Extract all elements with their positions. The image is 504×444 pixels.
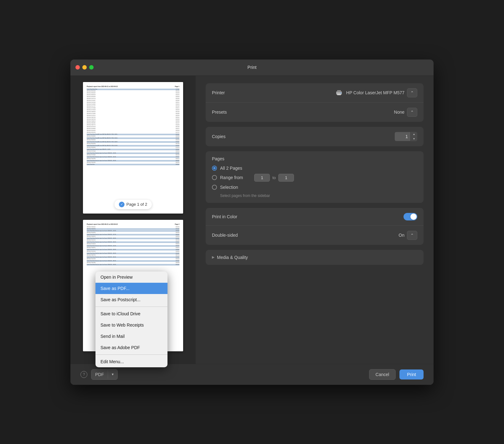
- range-radio[interactable]: [212, 175, 217, 180]
- pages-section: Pages All 2 Pages Range from 1 to: [206, 151, 424, 203]
- svg-point-3: [340, 93, 341, 94]
- media-quality-header: ▶ Media & Quality: [212, 255, 417, 260]
- print-button[interactable]: Print: [399, 369, 424, 379]
- dropdown-save-web-receipts[interactable]: Save to Web Receipts: [95, 319, 167, 331]
- copies-section: Copies 1 ▲ ▼: [206, 127, 424, 146]
- pdf-button[interactable]: PDF: [91, 369, 108, 379]
- window-title: Print: [248, 65, 257, 70]
- double-sided-row: Double-sided On ⌃: [206, 226, 424, 245]
- page1-header: Playback report from 2023-06-21 to 2023-…: [87, 86, 179, 87]
- copies-row: Copies 1 ▲ ▼: [206, 127, 424, 146]
- radio-group: All 2 Pages Range from 1 to 1 Selectio: [212, 166, 417, 198]
- copies-label: Copies: [212, 134, 226, 139]
- selection-radio[interactable]: [212, 185, 217, 190]
- presets-value: None ⌃: [394, 108, 417, 117]
- color-toggle[interactable]: [404, 213, 417, 220]
- range-from-input[interactable]: 1: [254, 174, 270, 182]
- toggle-knob: [410, 214, 417, 220]
- print-window: Print Playback report from 2023-06-21 to…: [70, 59, 434, 385]
- svg-rect-2: [337, 94, 341, 95]
- dropdown-open-preview[interactable]: Open in Preview: [95, 271, 167, 283]
- traffic-lights: [75, 65, 94, 70]
- range-option[interactable]: Range from 1 to 1: [212, 174, 417, 182]
- printer-label: Printer: [212, 90, 225, 95]
- help-button[interactable]: ?: [80, 371, 87, 378]
- page2-header: Playback report from 2023-06-21 to 2023-…: [87, 224, 179, 225]
- range-to-label: to: [272, 175, 276, 180]
- dropdown-save-pdf[interactable]: Save as PDF...: [95, 283, 167, 294]
- dropdown-divider-2: [95, 354, 167, 355]
- all-pages-label: All 2 Pages: [220, 166, 242, 171]
- stepper-down[interactable]: ▼: [410, 137, 417, 141]
- dropdown-save-postscript[interactable]: Save as Postscript...: [95, 294, 167, 305]
- color-section: Print in Color Double-sided On ⌃: [206, 208, 424, 245]
- presets-row: Presets None ⌃: [206, 103, 424, 122]
- double-sided-label: Double-sided: [212, 233, 238, 238]
- pdf-arrow-button[interactable]: ▼: [108, 370, 117, 379]
- pdf-dropdown: PDF ▼: [91, 369, 118, 380]
- dropdown-divider-1: [95, 307, 167, 307]
- page1-badge: ✓ Page 1 of 2: [115, 200, 152, 209]
- bottom-bar: ? PDF ▼ Cancel Print Open in Preview Sav…: [70, 364, 434, 385]
- svg-rect-1: [337, 90, 341, 92]
- selection-option[interactable]: Selection: [212, 185, 417, 190]
- selection-hint: Select pages from the sidebar: [220, 194, 417, 198]
- settings-panel: Printer HP Color LaserJet MFP M577 ⌃: [196, 76, 434, 364]
- printer-name: HP Color LaserJet MFP M577: [346, 90, 404, 95]
- color-row: Print in Color: [206, 208, 424, 226]
- close-button[interactable]: [75, 65, 80, 70]
- range-to-input[interactable]: 1: [278, 174, 294, 182]
- check-icon: ✓: [119, 202, 125, 207]
- all-pages-radio[interactable]: [212, 166, 217, 171]
- chevron-right-icon: ▶: [212, 255, 214, 259]
- printer-section: Printer HP Color LaserJet MFP M577 ⌃: [206, 83, 424, 122]
- presets-stepper[interactable]: ⌃: [407, 108, 417, 117]
- selection-label: Selection: [220, 185, 238, 190]
- dropdown-edit-menu[interactable]: Edit Menu...: [95, 356, 167, 367]
- dropdown-save-icloud[interactable]: Save to iCloud Drive: [95, 308, 167, 319]
- stepper-buttons: ▲ ▼: [410, 132, 417, 141]
- dropdown-save-adobe-pdf[interactable]: Save as Adobe PDF: [95, 342, 167, 353]
- range-label: Range from: [220, 175, 243, 180]
- preview-table-p2: 2023-06-22 18:34:4100:02:55 2023-06-22 1…: [87, 226, 179, 266]
- printer-stepper[interactable]: ⌃: [407, 88, 417, 97]
- printer-value: HP Color LaserJet MFP M577 ⌃: [336, 88, 417, 97]
- color-label: Print in Color: [212, 214, 237, 219]
- titlebar: Print: [70, 59, 434, 76]
- maximize-button[interactable]: [89, 65, 94, 70]
- radio-dot: [213, 167, 216, 169]
- pdf-dropdown-menu: Open in Preview Save as PDF... Save as P…: [95, 271, 167, 367]
- minimize-button[interactable]: [82, 65, 87, 70]
- double-sided-value: On ⌃: [399, 231, 417, 240]
- range-inputs: 1 to 1: [254, 174, 294, 182]
- presets-label: Presets: [212, 110, 227, 115]
- page1-preview[interactable]: Playback report from 2023-06-21 to 2023-…: [83, 82, 183, 214]
- printer-row: Printer HP Color LaserJet MFP M577 ⌃: [206, 83, 424, 103]
- media-quality-label: Media & Quality: [217, 255, 248, 260]
- cancel-button[interactable]: Cancel: [369, 369, 396, 380]
- copies-stepper[interactable]: 1 ▲ ▼: [395, 132, 417, 141]
- copies-input[interactable]: 1: [395, 132, 410, 141]
- preview-table-p1: Central Texas News Now11:25:43 2023-06-2…: [87, 89, 179, 165]
- media-quality-section[interactable]: ▶ Media & Quality: [206, 250, 424, 265]
- dropdown-send-mail[interactable]: Send in Mail: [95, 331, 167, 342]
- printer-icon: [336, 90, 342, 96]
- pages-label: Pages: [212, 156, 417, 161]
- double-sided-stepper[interactable]: ⌃: [407, 231, 417, 240]
- all-pages-option[interactable]: All 2 Pages: [212, 166, 417, 171]
- stepper-up[interactable]: ▲: [410, 132, 417, 137]
